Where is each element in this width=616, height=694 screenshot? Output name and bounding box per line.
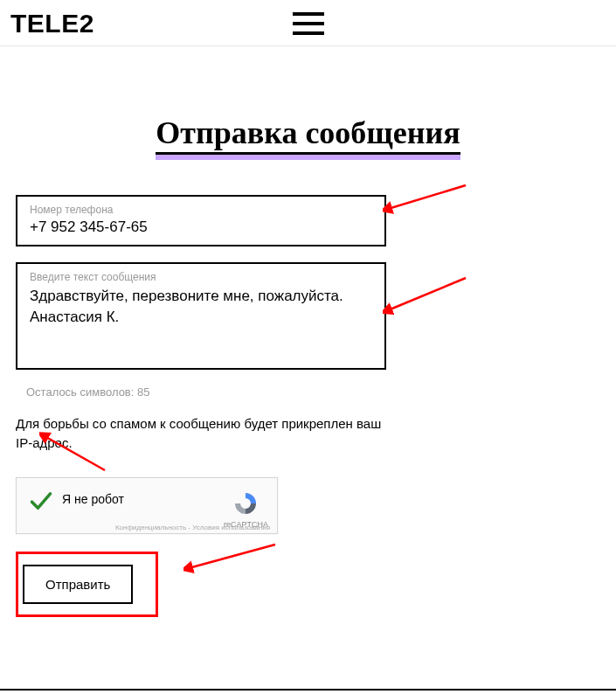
recaptcha-label: Я не робот	[62, 492, 224, 506]
message-label: Введите текст сообщения	[30, 271, 372, 283]
spam-notice: Для борьбы со спамом к сообщению будет п…	[16, 414, 386, 453]
recaptcha[interactable]: Я не робот reCAPTCHA Конфиденциальность …	[16, 477, 278, 534]
arrow-annotation-icon	[183, 540, 280, 575]
footer-divider	[0, 689, 616, 691]
arrow-annotation-icon	[383, 181, 470, 216]
phone-label: Номер телефона	[30, 204, 372, 216]
phone-input[interactable]	[30, 219, 372, 236]
svg-line-3	[189, 545, 275, 568]
recaptcha-icon	[232, 490, 259, 517]
checkmark-icon	[29, 489, 53, 513]
menu-icon[interactable]	[293, 12, 324, 35]
form: Номер телефона Введите текст сообщения О…	[0, 151, 402, 617]
logo: TELE2	[10, 9, 94, 38]
header: TELE2	[0, 0, 616, 46]
svg-line-0	[388, 185, 466, 209]
message-input[interactable]	[30, 286, 372, 356]
page-title: Отправка сообщения	[156, 115, 460, 155]
submit-highlight: Отправить	[16, 552, 158, 617]
recaptcha-terms[interactable]: Конфиденциальность - Условия использован…	[115, 524, 270, 531]
chars-remaining: Осталось символов: 85	[26, 385, 386, 399]
message-field[interactable]: Введите текст сообщения	[16, 262, 386, 370]
phone-field[interactable]: Номер телефона	[16, 195, 386, 246]
page-title-wrap: Отправка сообщения	[0, 115, 616, 151]
svg-line-1	[388, 278, 466, 310]
arrow-annotation-icon	[383, 274, 470, 317]
submit-button[interactable]: Отправить	[23, 565, 133, 604]
